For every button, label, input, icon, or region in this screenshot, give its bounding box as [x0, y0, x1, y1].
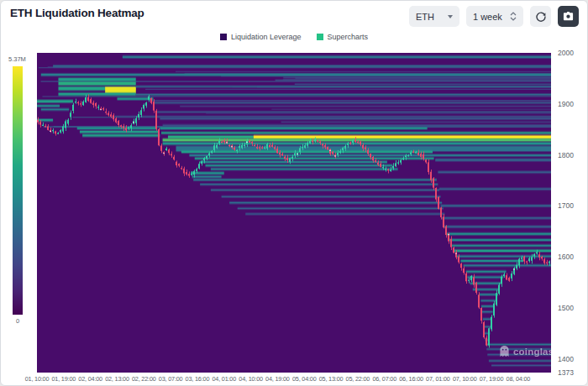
y-tick-label: 1900: [558, 100, 574, 108]
chevron-down-icon: [448, 15, 453, 18]
liquidation-heatmap-canvas[interactable]: [37, 53, 551, 373]
y-tick-label: 1373: [558, 368, 574, 377]
legend-label: Liquidation Leverage: [231, 33, 302, 41]
x-tick-label: 01, 10:00: [25, 375, 50, 383]
x-tick-label: 03, 07:00: [159, 375, 183, 383]
chart-legend: Liquidation Leverage Supercharts: [1, 33, 587, 41]
stepper-icon: [510, 12, 517, 21]
colorbar-gradient: [13, 66, 23, 315]
timeframe-select-value: 1 week: [473, 12, 502, 22]
x-tick-label: 06, 16:00: [399, 375, 423, 383]
x-tick-label: 02, 13:00: [105, 375, 129, 383]
y-tick-label: 1400: [558, 355, 574, 363]
timeframe-select[interactable]: 1 week: [466, 6, 523, 27]
screenshot-button[interactable]: [558, 6, 579, 27]
y-tick-label: 1700: [558, 201, 574, 210]
x-tick-label: 05, 13:00: [319, 375, 344, 383]
toolbar: ETH 1 week: [409, 6, 579, 27]
refresh-button[interactable]: [530, 6, 551, 27]
x-tick-label: 07, 19:00: [480, 375, 504, 383]
x-tick-label: 03, 16:00: [186, 375, 210, 383]
legend-swatch: [220, 34, 227, 40]
legend-label: Supercharts: [328, 33, 369, 41]
x-tick-label: 08, 04:00: [507, 375, 531, 383]
x-tick-label: 07, 10:00: [453, 375, 477, 383]
legend-item-supercharts[interactable]: Supercharts: [317, 33, 369, 41]
x-tick-label: 05, 22:00: [346, 375, 370, 383]
y-tick-label: 2000: [558, 49, 574, 57]
price-axis: 20001900180017001600150014001373: [555, 53, 587, 373]
symbol-select-value: ETH: [416, 12, 434, 22]
x-tick-label: 04, 10:00: [239, 375, 263, 383]
y-tick-label: 1600: [558, 253, 574, 261]
legend-item-liquidation-leverage[interactable]: Liquidation Leverage: [220, 33, 302, 41]
colorbar-min-label: 0: [13, 317, 23, 325]
refresh-icon: [535, 11, 547, 23]
x-tick-label: 06, 07:00: [372, 375, 396, 383]
legend-swatch: [317, 34, 323, 40]
x-tick-label: 02, 22:00: [132, 375, 156, 383]
y-tick-label: 1500: [558, 304, 574, 312]
y-tick-label: 1800: [558, 151, 574, 159]
stepper-down-icon: [510, 17, 517, 21]
x-tick-label: 01, 19:00: [51, 375, 76, 383]
x-tick-label: 04, 01:00: [212, 375, 236, 383]
x-tick-label: 05, 04:00: [292, 375, 317, 383]
stepper-up-icon: [510, 12, 517, 16]
liquidation-heatmap-card: ETH Liquidation Heatmap ETH 1 week: [0, 0, 588, 386]
x-tick-label: 07, 01:00: [426, 375, 450, 383]
page-title: ETH Liquidation Heatmap: [10, 7, 144, 19]
time-axis: 01, 10:0001, 19:0002, 04:0002, 13:0002, …: [37, 375, 551, 385]
symbol-select[interactable]: ETH: [409, 6, 459, 27]
camera-icon: [563, 11, 574, 22]
x-tick-label: 02, 04:00: [78, 375, 102, 383]
x-tick-label: 04, 19:00: [265, 375, 290, 383]
colorbar-max-label: 5.37M: [8, 55, 26, 63]
